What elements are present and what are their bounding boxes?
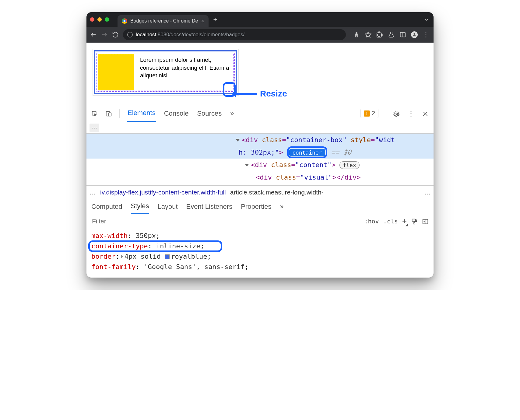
menu-icon[interactable]: ⋮: [423, 31, 430, 39]
arrow-icon: [236, 93, 257, 95]
color-swatch[interactable]: [165, 254, 170, 259]
css-decl[interactable]: font-family: 'Google Sans', sans-serif;: [91, 262, 429, 272]
back-button[interactable]: [90, 31, 97, 38]
close-tab-icon[interactable]: ×: [201, 18, 204, 24]
profile-icon[interactable]: [411, 31, 418, 38]
crumb-scroll-left[interactable]: …: [90, 189, 96, 196]
tab-console[interactable]: Console: [163, 105, 189, 122]
panel-icon[interactable]: [399, 31, 406, 38]
content-text: Lorem ipsum dolor sit amet, consectetur …: [138, 54, 234, 90]
expand-shorthand-icon[interactable]: [121, 255, 123, 258]
selected-indicator: == $0: [331, 149, 351, 156]
share-icon[interactable]: [353, 31, 360, 38]
site-info-icon[interactable]: i: [127, 32, 133, 37]
extensions-icon[interactable]: [376, 31, 383, 38]
container-badge-ring: container: [287, 146, 327, 158]
page-viewport: Lorem ipsum dolor sit amet, consectetur …: [86, 43, 434, 105]
toolbar: i localhost:8080/docs/devtools/elements/…: [86, 27, 434, 43]
subtab-properties[interactable]: Properties: [241, 203, 271, 211]
toolbar-actions: ⋮: [353, 31, 430, 39]
address-bar[interactable]: i localhost:8080/docs/devtools/elements/…: [123, 29, 346, 40]
devtools-close-icon[interactable]: [422, 110, 429, 117]
container-box[interactable]: Lorem ipsum dolor sit amet, consectetur …: [94, 50, 237, 94]
tabs-more-icon[interactable]: »: [230, 105, 234, 122]
browser-window: Badges reference - Chrome De × + i local…: [86, 12, 434, 278]
svg-rect-13: [414, 222, 415, 224]
toggle-sidebar-icon[interactable]: [422, 217, 429, 225]
new-style-button[interactable]: +◢: [402, 216, 407, 226]
url-host: localhost: [136, 32, 156, 37]
reload-button[interactable]: [112, 31, 119, 38]
dom-tree[interactable]: <div class="container-box" style="widt h…: [86, 134, 434, 186]
dom-node-container-box[interactable]: <div class="container-box" style="widt: [86, 134, 434, 146]
expand-icon[interactable]: [245, 164, 249, 166]
styles-subtabs: Computed Styles Layout Event Listeners P…: [86, 199, 434, 214]
devtools-menu-icon[interactable]: ⋮: [407, 109, 415, 118]
css-rules[interactable]: max-width: 350px; container-type: inline…: [86, 228, 434, 278]
issues-button[interactable]: ! 2: [360, 109, 378, 118]
svg-point-9: [396, 113, 398, 115]
maximize-window-button[interactable]: [105, 17, 109, 22]
bookmark-icon[interactable]: [365, 31, 371, 38]
settings-icon[interactable]: [393, 110, 400, 117]
inspect-icon[interactable]: [91, 110, 98, 117]
subtab-computed[interactable]: Computed: [91, 203, 122, 211]
dom-node-content[interactable]: <div class="content"> flex: [86, 159, 434, 171]
dom-node-container-box-cont[interactable]: h: 302px;"> container == $0: [86, 146, 434, 159]
chrome-icon: [122, 18, 127, 24]
tab-sources[interactable]: Sources: [196, 105, 222, 122]
titlebar: Badges reference - Chrome De × +: [86, 12, 434, 27]
svg-rect-8: [109, 113, 111, 116]
subtab-event-listeners[interactable]: Event Listeners: [186, 203, 233, 211]
css-decl[interactable]: max-width: 350px;: [91, 231, 429, 241]
svg-point-5: [413, 33, 415, 35]
cls-button[interactable]: .cls: [383, 218, 398, 225]
annotation: Resize: [236, 89, 287, 99]
container-badge[interactable]: container: [289, 149, 325, 156]
browser-tab[interactable]: Badges reference - Chrome De ×: [118, 15, 209, 27]
new-tab-button[interactable]: +: [211, 15, 220, 24]
window-controls: [90, 17, 109, 22]
svg-rect-12: [412, 219, 416, 221]
issues-count: 2: [372, 110, 375, 117]
hov-button[interactable]: :hov: [364, 218, 379, 225]
tab-title: Badges reference - Chrome De: [130, 18, 198, 24]
warning-icon: !: [364, 110, 370, 117]
flex-badge[interactable]: flex: [339, 161, 359, 169]
tab-elements[interactable]: Elements: [127, 105, 156, 122]
dom-breadcrumb-top: ⋯: [86, 122, 434, 134]
devtools-tabbar: Elements Console Sources » ! 2 ⋮: [86, 105, 434, 122]
css-decl[interactable]: container-type: inline-size;: [91, 241, 429, 251]
minimize-window-button[interactable]: [97, 17, 102, 22]
crumb-item[interactable]: article.stack.measure-long.width-: [230, 189, 324, 196]
url-path: :8080/docs/devtools/elements/badges/: [156, 32, 244, 37]
dom-node-visual[interactable]: <div class="visual"></div>: [86, 171, 434, 184]
breadcrumb-more-icon[interactable]: ⋯: [90, 124, 99, 132]
subtab-styles[interactable]: Styles: [131, 199, 149, 214]
crumb-item[interactable]: iv.display-flex.justify-content-center.w…: [100, 189, 226, 196]
annotation-label: Resize: [260, 89, 287, 99]
crumb-scroll-right[interactable]: …: [424, 189, 430, 196]
dom-breadcrumbs[interactable]: … iv.display-flex.justify-content-center…: [86, 186, 434, 199]
subtabs-more-icon[interactable]: »: [280, 203, 283, 211]
filter-input[interactable]: [91, 217, 360, 225]
subtab-layout[interactable]: Layout: [157, 203, 177, 211]
visual-box: [98, 54, 134, 90]
expand-icon[interactable]: [236, 139, 240, 142]
close-window-button[interactable]: [90, 17, 94, 22]
svg-marker-2: [365, 32, 371, 37]
device-icon[interactable]: [105, 110, 112, 117]
labs-icon[interactable]: [388, 31, 395, 38]
css-decl[interactable]: border:4px solid royalblue;: [91, 251, 429, 262]
paint-icon[interactable]: [411, 217, 418, 225]
tabs-overflow-icon[interactable]: [423, 16, 430, 23]
forward-button[interactable]: [101, 31, 108, 38]
styles-filter-row: :hov .cls +◢: [86, 214, 434, 228]
